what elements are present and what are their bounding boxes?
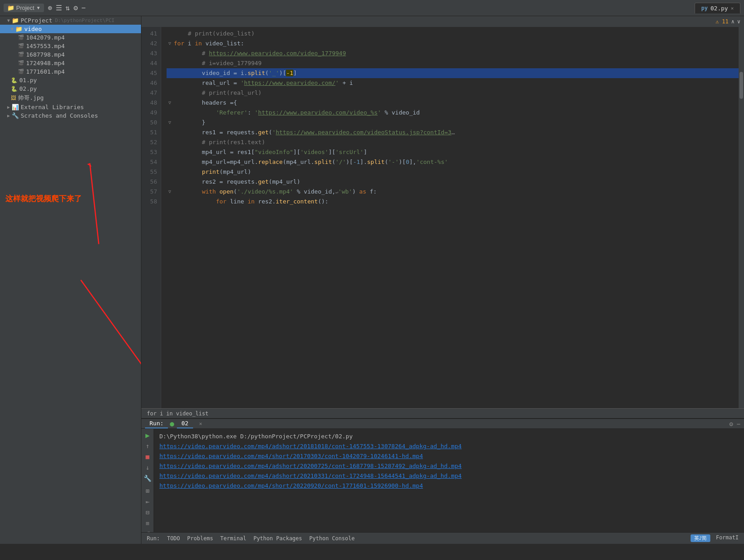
run-controls: ⚙ −: [729, 420, 740, 428]
code-line-55: print(mp4_url): [167, 167, 739, 177]
link-3[interactable]: https://video.pearvideo.com/mp4/adshort/…: [159, 461, 739, 471]
sidebar-item-ext-libs[interactable]: ▶ 📊 External Libraries: [0, 103, 141, 111]
code-line-47: # print(real_url): [167, 88, 739, 98]
fold-57: ▽: [167, 189, 173, 195]
down-button[interactable]: ↓: [143, 463, 152, 472]
scrollbar-thumb: [740, 72, 743, 99]
sidebar-item-1771601[interactable]: 🎬 1771601.mp4: [0, 67, 141, 76]
code-line-49: 'Referer': 'https://www.pearvideo.com/vi…: [167, 108, 739, 118]
mp4-icon-4: 🎬: [18, 60, 24, 66]
tab-run[interactable]: Run:: [145, 419, 168, 428]
svg-line-2: [81, 280, 141, 392]
vertical-scrollbar[interactable]: [739, 27, 744, 408]
sidebar-item-pcproject[interactable]: ▼ 📁 PCProject D:\pythonProject\PCI: [0, 16, 141, 25]
file-label-1687798: 1687798.mp4: [26, 51, 65, 58]
statusbar-console[interactable]: Python Console: [309, 535, 355, 542]
bottom-panel: Run: ● 02 ✕ ⚙ − ▶ ↑ ■ ↓ 🔧: [141, 418, 744, 544]
split-button[interactable]: ⊞: [143, 486, 152, 495]
folder-icon-video: 📁: [15, 26, 22, 32]
root-label: PCProject: [21, 17, 52, 24]
nav-up-icon[interactable]: ∧: [731, 18, 735, 25]
stop-button[interactable]: ■: [143, 452, 152, 461]
statusbar-terminal[interactable]: Terminal: [220, 535, 247, 542]
mp4-icon-2: 🎬: [18, 43, 24, 49]
statusbar-python[interactable]: Python Packages: [253, 535, 302, 542]
code-editor[interactable]: # print(video_list) ▽ for i in video_lis…: [161, 27, 739, 408]
play-button[interactable]: ▶: [143, 431, 152, 440]
target-icon[interactable]: ⊕: [48, 4, 52, 12]
sidebar-item-1457553[interactable]: 🎬 1457553.mp4: [0, 42, 141, 50]
tab-02py[interactable]: py 02.py ✕: [695, 3, 740, 13]
line-49-code: 'Referer': 'https://www.pearvideo.com/vi…: [174, 108, 420, 118]
sidebar-item-1042079[interactable]: 🎬 1042079.mp4: [0, 33, 141, 42]
line-50-code: }: [174, 118, 205, 128]
list2-button[interactable]: ≡: [143, 519, 152, 528]
link-2[interactable]: https://video.pearvideo.com/mp4/short/20…: [159, 451, 739, 461]
toolbar-icons: ⊕ ☰ ⇅ ⚙ −: [48, 4, 86, 12]
line-47-code: # print(real_url): [174, 88, 262, 98]
file-label-01py: 01.py: [19, 77, 37, 84]
fold-44: [167, 60, 173, 66]
up-button[interactable]: ↑: [143, 441, 152, 450]
main-layout: ▼ 📁 PCProject D:\pythonProject\PCI ▼ 📁 v…: [0, 16, 744, 544]
sidebar-item-1724948[interactable]: 🎬 1724948.mp4: [0, 59, 141, 67]
project-label: Project: [16, 4, 34, 11]
code-line-58: for line in res2.iter_content():: [167, 197, 739, 207]
fold-58: [167, 198, 173, 205]
line-41-code: # print(video_list): [174, 29, 255, 39]
code-container: 41 42 43 44 45 46 47 48 49 50 51 52 53 5…: [141, 27, 744, 408]
link-5[interactable]: https://video.pearvideo.com/mp4/short/20…: [159, 481, 739, 491]
code-line-50: ▽ }: [167, 118, 739, 128]
svg-line-0: [90, 163, 99, 244]
grid-button[interactable]: ⊟: [143, 508, 152, 517]
lang-badge[interactable]: 英♪简: [691, 534, 711, 542]
sidebar-item-1687798[interactable]: 🎬 1687798.mp4: [0, 50, 141, 59]
line-48-code: headers ={: [174, 98, 237, 108]
link-1[interactable]: https://video.pearvideo.com/mp4/adshort/…: [159, 441, 739, 451]
close-run-icon[interactable]: −: [737, 420, 740, 428]
code-line-57: ▽ with open('./video/%s.mp4' % video_id,…: [167, 187, 739, 197]
warning-badge: ⚠ 11: [716, 18, 729, 25]
statusbar-todo[interactable]: TODO: [167, 535, 180, 542]
code-line-41: # print(video_list): [167, 29, 739, 39]
statusbar-run[interactable]: Run:: [147, 535, 160, 542]
tab-close[interactable]: ✕: [195, 420, 207, 428]
sidebar-item-01py[interactable]: 🐍 01.py: [0, 76, 141, 84]
list-icon[interactable]: ☰: [56, 4, 62, 12]
top-bar: 📁 Project ▼ ⊕ ☰ ⇅ ⚙ − py 02.py ✕: [0, 0, 744, 16]
project-button[interactable]: 📁 Project ▼: [4, 4, 44, 12]
sidebar-item-scratches[interactable]: ▶ 🔧 Scratches and Consoles: [0, 111, 141, 120]
terminal-sidebar: ▶ ↑ ■ ↓ 🔧 ⊞ ⇤ ⊟ ≡ 🖨 🗑 📌: [141, 429, 154, 544]
file-label-1771601: 1771601.mp4: [26, 68, 65, 75]
line-46-code: real_url = 'https://www.pearvideo.com/' …: [174, 78, 353, 88]
sidebar-item-video[interactable]: ▼ 📁 video: [0, 25, 141, 33]
settings-run-icon[interactable]: ⚙: [729, 420, 733, 428]
format-label[interactable]: FormatI: [716, 534, 739, 542]
statusbar-problems[interactable]: Problems: [187, 535, 213, 542]
run-02-tab[interactable]: 02: [177, 419, 193, 428]
collapse-icon[interactable]: ⇅: [66, 4, 70, 12]
code-line-48: ▽ headers ={: [167, 98, 739, 108]
lib-icon: 📊: [12, 104, 19, 110]
line-54-code: mp4_url=mp4_url.replace(mp4_url.split('/…: [174, 157, 448, 167]
editor-tabs: py 02.py ✕: [695, 3, 740, 13]
fold-46: [167, 80, 173, 86]
expand-arrow-ext: ▶: [7, 105, 10, 110]
sidebar-item-jpg[interactable]: 🖼 帅哥.jpg: [0, 93, 141, 103]
wrench-button[interactable]: 🔧: [143, 474, 152, 483]
link-4[interactable]: https://video.pearvideo.com/mp4/adshort/…: [159, 471, 739, 481]
code-line-53: mp4_url = res1["videoInfo"]['videos']['s…: [167, 147, 739, 157]
code-line-44: # i=video_1779949: [167, 58, 739, 68]
expand-arrow-scratch: ▶: [7, 113, 10, 118]
minimize-icon[interactable]: −: [81, 4, 86, 12]
indent-button[interactable]: ⇤: [143, 497, 152, 506]
fold-43: [167, 50, 173, 57]
settings-icon[interactable]: ⚙: [74, 4, 78, 12]
fold-41: [167, 31, 173, 37]
close-tab-icon[interactable]: ✕: [731, 5, 734, 11]
sidebar-item-02py[interactable]: 🐍 02.py: [0, 84, 141, 93]
py-icon-02: 🐍: [11, 86, 18, 92]
line-numbers: 41 42 43 44 45 46 47 48 49 50 51 52 53 5…: [141, 27, 161, 408]
nav-down-icon[interactable]: ∨: [737, 18, 740, 25]
fold-50: ▽: [167, 119, 173, 126]
